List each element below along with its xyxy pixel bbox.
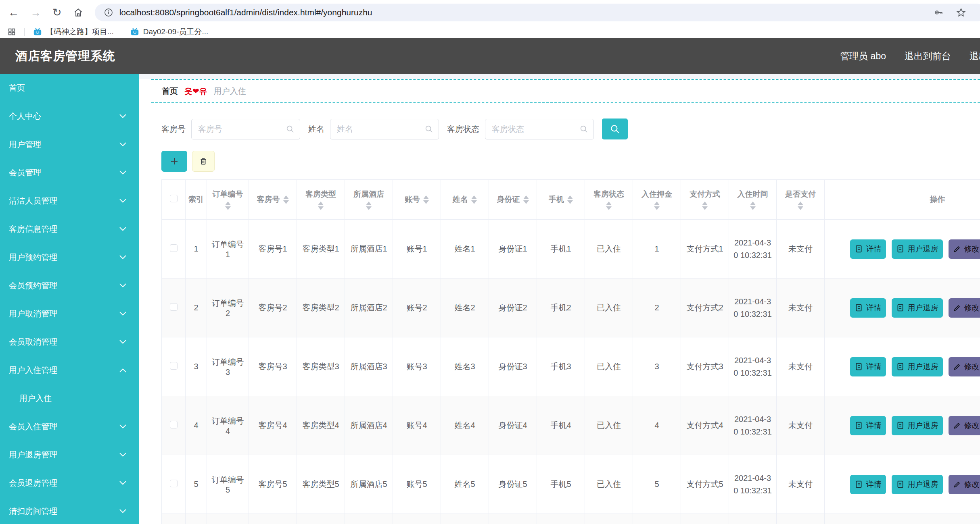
sort-carets-icon[interactable]	[606, 202, 612, 210]
sort-carets-icon[interactable]	[798, 202, 803, 210]
sort-carets-icon[interactable]	[283, 195, 289, 204]
header-link-0[interactable]: 管理员 abo	[840, 50, 886, 62]
search-input-0[interactable]	[191, 119, 300, 139]
sidebar-item-7[interactable]: 会员预约管理	[0, 271, 139, 299]
search-input-2[interactable]	[485, 119, 594, 139]
user-checkout-button[interactable]: 用户退房	[892, 416, 943, 435]
user-checkout-icon	[896, 245, 905, 253]
sort-carets-icon[interactable]	[523, 195, 529, 204]
cell-name: 姓名6	[441, 514, 489, 524]
col-header-deposit[interactable]: 入住押金	[633, 180, 681, 220]
user-checkout-button[interactable]: 用户退房	[892, 239, 943, 259]
home-icon[interactable]	[73, 7, 84, 18]
col-header-paid_status[interactable]: 是否支付	[777, 180, 825, 220]
sort-carets-icon[interactable]	[654, 202, 660, 210]
detail-button[interactable]: 详情	[850, 357, 886, 376]
cell-name: 姓名5	[441, 455, 489, 514]
header-link-1[interactable]: 退出到前台	[905, 50, 951, 62]
edit-button[interactable]: 修改	[949, 416, 980, 435]
row-checkbox[interactable]	[170, 244, 178, 252]
cell-name: 姓名2	[441, 279, 489, 337]
col-header-order_no[interactable]: 订单编号	[207, 180, 249, 220]
search-input-1[interactable]	[330, 119, 439, 139]
sidebar-item-6[interactable]: 用户预约管理	[0, 243, 139, 271]
user-checkout-button[interactable]: 用户退房	[892, 298, 943, 318]
cell-checkin_time: 2021-04-30 10:32:31	[729, 279, 777, 337]
user-checkout-button[interactable]: 用户退房	[892, 357, 943, 376]
sidebar-item-12[interactable]: 会员入住管理	[0, 412, 139, 441]
sort-carets-icon[interactable]	[567, 195, 573, 204]
col-header-room_status[interactable]: 客房状态	[585, 180, 633, 220]
menu-item-label: 用户入住	[19, 393, 52, 404]
forward-icon[interactable]: →	[30, 7, 41, 18]
edit-button[interactable]: 修改	[949, 475, 980, 494]
sidebar-item-9[interactable]: 会员取消管理	[0, 328, 139, 356]
menu-item-label: 用户入住管理	[9, 365, 57, 376]
col-header-phone[interactable]: 手机	[537, 180, 585, 220]
sidebar-item-15[interactable]: 清扫房间管理	[0, 497, 139, 524]
batch-delete-button[interactable]	[192, 151, 215, 172]
bookmark-item-0[interactable]: 【码神之路】项目...	[33, 27, 114, 37]
site-info-icon[interactable]	[104, 8, 113, 17]
sidebar-item-14[interactable]: 会员退房管理	[0, 469, 139, 497]
sidebar-item-3[interactable]: 会员管理	[0, 158, 139, 187]
sidebar-item-2[interactable]: 用户管理	[0, 130, 139, 158]
back-icon[interactable]: ←	[8, 7, 19, 18]
sort-carets-icon[interactable]	[702, 202, 708, 210]
password-key-icon[interactable]	[933, 7, 944, 18]
edit-button[interactable]: 修改	[949, 357, 980, 376]
edit-button[interactable]: 修改	[949, 298, 980, 318]
reload-icon[interactable]: ↻	[52, 7, 62, 18]
cell-select	[162, 455, 186, 514]
sidebar-item-13[interactable]: 用户退房管理	[0, 441, 139, 469]
header-link-2[interactable]: 退出登录	[970, 50, 980, 62]
col-header-pay_type[interactable]: 支付方式	[681, 180, 729, 220]
sort-carets-icon[interactable]	[423, 195, 429, 204]
sidebar-item-0[interactable]: 首页	[0, 74, 139, 102]
user-checkout-button[interactable]: 用户退房	[892, 475, 943, 494]
cell-pay_type: 支付方式1	[681, 220, 729, 279]
sort-carets-icon[interactable]	[318, 202, 324, 210]
detail-button[interactable]: 详情	[850, 475, 886, 494]
sort-carets-icon[interactable]	[750, 202, 756, 210]
col-header-name[interactable]: 姓名	[441, 180, 489, 220]
row-checkbox[interactable]	[170, 421, 178, 428]
col-header-hotel[interactable]: 所属酒店	[345, 180, 393, 220]
sidebar-item-10[interactable]: 用户入住管理	[0, 356, 139, 384]
sidebar-subitem-11[interactable]: 用户入住	[0, 384, 139, 412]
col-header-label: 入住押金	[641, 189, 672, 200]
detail-button[interactable]: 详情	[850, 416, 886, 435]
sidebar-item-8[interactable]: 用户取消管理	[0, 299, 139, 328]
bookmark-star-icon[interactable]	[956, 7, 966, 18]
add-button[interactable]	[161, 151, 187, 172]
sidebar-item-4[interactable]: 清洁人员管理	[0, 187, 139, 215]
col-header-checkin_time[interactable]: 入住时间	[729, 180, 777, 220]
menu-item-label: 清洁人员管理	[9, 195, 57, 206]
cell-checkin_time: 2021-04-30 10:32:31	[729, 514, 777, 524]
select-all-checkbox[interactable]	[170, 195, 178, 202]
sidebar-item-1[interactable]: 个人中心	[0, 102, 139, 130]
input-search-icon	[286, 125, 295, 133]
row-checkbox[interactable]	[170, 480, 178, 487]
edit-button[interactable]: 修改	[949, 239, 980, 259]
search-button[interactable]	[602, 119, 628, 139]
col-header-id_card[interactable]: 身份证	[489, 180, 537, 220]
col-header-room_type[interactable]: 客房类型	[297, 180, 345, 220]
cell-index: 2	[186, 279, 207, 337]
table-body: 1订单编号1客房号1客房类型1所属酒店1账号1姓名1身份证1手机1已入住1支付方…	[162, 220, 980, 524]
bookmark-item-1[interactable]: Day02-09-员工分...	[130, 27, 209, 37]
apps-grid-icon[interactable]	[7, 27, 16, 36]
detail-button[interactable]: 详情	[850, 298, 886, 318]
sort-carets-icon[interactable]	[225, 202, 231, 210]
col-header-account[interactable]: 账号	[393, 180, 441, 220]
row-checkbox[interactable]	[170, 362, 178, 370]
col-header-room_no[interactable]: 客房号	[249, 180, 297, 220]
breadcrumb-home[interactable]: 首页	[162, 86, 178, 97]
sort-carets-icon[interactable]	[366, 202, 372, 210]
cell-index: 4	[186, 396, 207, 455]
address-bar[interactable]: localhost:8080/springboot6alf1/admin/dis…	[95, 4, 980, 21]
detail-button[interactable]: 详情	[850, 239, 886, 259]
row-checkbox[interactable]	[170, 303, 178, 311]
sort-carets-icon[interactable]	[471, 195, 477, 204]
sidebar-item-5[interactable]: 客房信息管理	[0, 215, 139, 243]
